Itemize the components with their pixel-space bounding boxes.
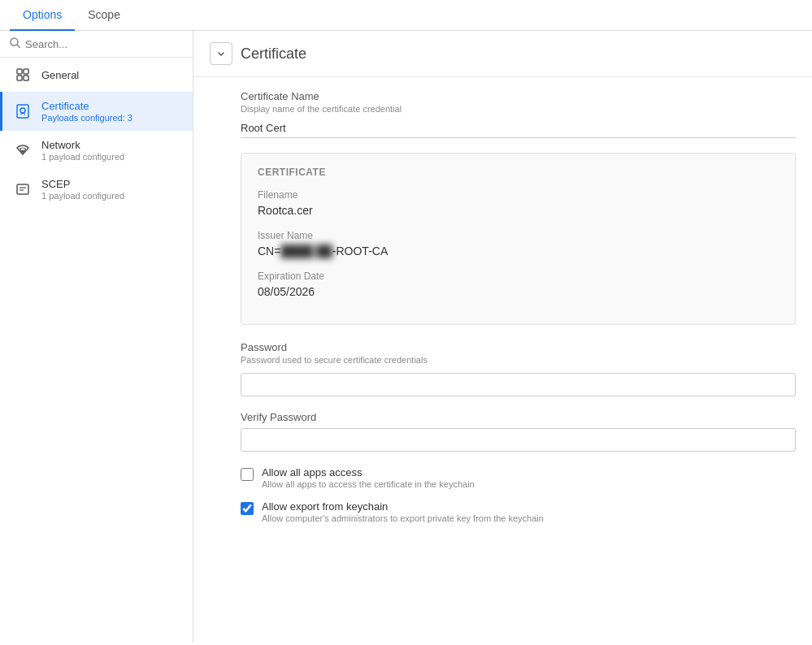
certificate-sublabel: Payloads configured: 3 (41, 113, 132, 123)
collapse-button[interactable] (210, 42, 232, 65)
certificate-item-text: Certificate Payloads configured: 3 (41, 100, 132, 123)
svg-rect-4 (17, 76, 22, 80)
certificate-label: Certificate (41, 100, 132, 112)
certificate-subsection: CERTIFICATE Filename Rootca.cer Issuer N… (241, 153, 796, 325)
certificate-icon (14, 102, 32, 120)
scep-icon (14, 180, 32, 198)
allow-all-apps-hint: Allow all apps to access the certificate… (262, 479, 475, 489)
expiration-label: Expiration Date (258, 271, 779, 282)
password-section: Password Password used to secure certifi… (241, 341, 796, 396)
sidebar-item-scep[interactable]: SCEP 1 payload configured (0, 170, 193, 209)
search-container (0, 31, 193, 58)
svg-rect-9 (17, 184, 28, 194)
tab-options[interactable]: Options (10, 0, 75, 31)
cert-subsection-title: CERTIFICATE (258, 167, 779, 178)
svg-rect-2 (17, 69, 22, 74)
sidebar-item-general[interactable]: General (0, 58, 193, 92)
search-icon (10, 37, 20, 50)
allow-export-text: Allow export from keychain Allow compute… (262, 500, 544, 523)
issuer-blurred: ████ ██ (280, 245, 332, 258)
expiration-value: 08/05/2026 (258, 285, 779, 298)
verify-password-section: Verify Password (241, 411, 796, 452)
scep-label: SCEP (41, 178, 124, 190)
section-title: Certificate (241, 45, 306, 63)
verify-password-input[interactable] (241, 428, 796, 452)
svg-point-8 (22, 150, 24, 153)
password-hint: Password used to secure certificate cred… (241, 355, 796, 365)
general-item-text: General (41, 69, 79, 81)
network-label: Network (41, 139, 124, 151)
allow-all-apps-text: Allow all apps access Allow all apps to … (262, 466, 475, 489)
search-input[interactable] (25, 38, 183, 50)
allow-all-apps-checkbox[interactable] (241, 468, 254, 481)
allow-export-row: Allow export from keychain Allow compute… (241, 500, 796, 523)
verify-password-label: Verify Password (241, 411, 796, 423)
general-icon (14, 66, 32, 84)
allow-export-label[interactable]: Allow export from keychain (262, 500, 544, 513)
tab-scope[interactable]: Scope (75, 0, 133, 31)
section-header: Certificate (193, 31, 812, 77)
top-tabs: Options Scope (0, 0, 812, 31)
issuer-value: CN=████ ██-ROOT-CA (258, 245, 779, 258)
network-sublabel: 1 payload configured (41, 152, 124, 162)
sidebar-item-certificate[interactable]: Certificate Payloads configured: 3 (0, 92, 193, 131)
allow-export-checkbox[interactable] (241, 502, 254, 515)
allow-export-hint: Allow computer's administrators to expor… (262, 513, 544, 523)
network-item-text: Network 1 payload configured (41, 139, 124, 162)
main-layout: General Certificate Payloads configured:… (0, 31, 812, 643)
svg-rect-3 (24, 69, 28, 74)
certificate-name-hint: Display name of the certificate credenti… (241, 104, 796, 114)
certificate-name-label: Certificate Name (241, 90, 796, 102)
allow-all-apps-label[interactable]: Allow all apps access (262, 466, 475, 478)
password-input[interactable] (241, 373, 796, 396)
password-label: Password (241, 341, 796, 353)
general-label: General (41, 69, 79, 81)
content-area: Certificate Certificate Name Display nam… (193, 31, 812, 643)
svg-rect-5 (24, 76, 28, 80)
issuer-label: Issuer Name (258, 230, 779, 241)
network-icon (14, 141, 32, 159)
scep-sublabel: 1 payload configured (41, 191, 124, 201)
svg-line-1 (17, 45, 20, 48)
svg-point-7 (20, 108, 25, 113)
filename-label: Filename (258, 189, 779, 201)
form-content: Certificate Name Display name of the cer… (193, 77, 812, 551)
sidebar: General Certificate Payloads configured:… (0, 31, 193, 643)
issuer-field: Issuer Name CN=████ ██-ROOT-CA (258, 230, 779, 258)
allow-all-apps-row: Allow all apps access Allow all apps to … (241, 466, 796, 489)
expiration-field: Expiration Date 08/05/2026 (258, 271, 779, 298)
sidebar-item-network[interactable]: Network 1 payload configured (0, 131, 193, 170)
scep-item-text: SCEP 1 payload configured (41, 178, 124, 201)
svg-rect-6 (17, 105, 28, 118)
filename-value: Rootca.cer (258, 204, 779, 217)
certificate-name-input[interactable] (241, 119, 796, 138)
filename-field: Filename Rootca.cer (258, 189, 779, 217)
certificate-name-field: Certificate Name Display name of the cer… (241, 90, 796, 138)
